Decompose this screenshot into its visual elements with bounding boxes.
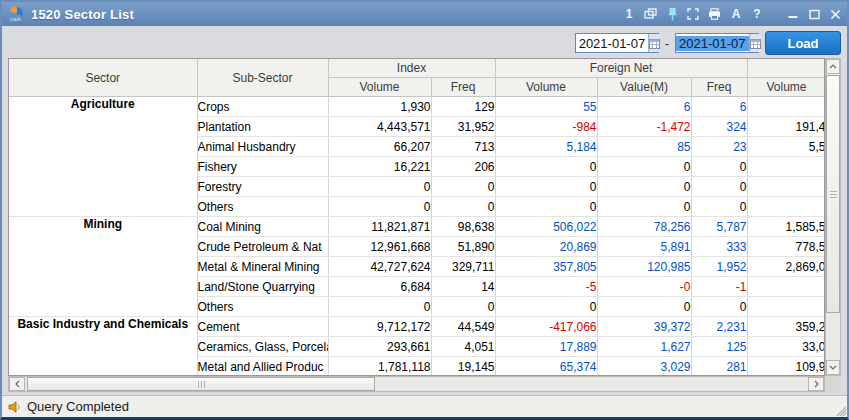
font-settings-button[interactable]: A	[730, 7, 742, 21]
fn-value-cell: 0	[597, 297, 691, 317]
fn-freq-cell: 1,952	[691, 257, 747, 277]
last-volume-cell	[747, 277, 825, 297]
fn-volume-cell: 20,869	[495, 237, 597, 257]
index-volume-cell: 0	[328, 297, 431, 317]
sub-sector-cell: Cement	[197, 317, 328, 337]
index-volume-cell: 1,781,118	[328, 357, 431, 377]
window-title: 1520 Sector List	[31, 7, 134, 22]
fn-value-cell: 3,029	[597, 357, 691, 377]
fn-volume-cell: 5,184	[495, 137, 597, 157]
last-volume-cell	[747, 297, 825, 317]
sector-table: Sector Sub-Sector Index Foreign Net Volu…	[9, 59, 825, 376]
fn-volume-cell: 65,374	[495, 357, 597, 377]
sector-cell: Agriculture	[9, 97, 197, 217]
index-volume-cell: 66,207	[328, 137, 431, 157]
last-volume-cell: 778,5	[747, 237, 825, 257]
query-toolbar: 2021-01-07 - 2021-01-07 Load	[575, 31, 841, 55]
fn-value-cell: 85	[597, 137, 691, 157]
window-number-badge[interactable]: 1	[623, 7, 635, 21]
table-row[interactable]: Basic Industry and ChemicalsCement9,712,…	[9, 317, 825, 337]
svg-text:naik: naik	[10, 16, 22, 22]
fn-value-cell: -0	[597, 277, 691, 297]
index-freq-cell: 44,549	[431, 317, 495, 337]
sub-sector-cell: Animal Husbandry	[197, 137, 328, 157]
index-freq-cell: 19,145	[431, 357, 495, 377]
horizontal-scroll-thumb[interactable]	[27, 377, 375, 391]
titlebar: naik 1520 Sector List 1 A ?	[2, 2, 847, 26]
index-volume-cell: 4,443,571	[328, 117, 431, 137]
statusbar: Query Completed	[2, 395, 847, 417]
fn-volume-cell: -417,066	[495, 317, 597, 337]
index-freq-cell: 129	[431, 97, 495, 117]
index-volume-cell: 9,712,172	[328, 317, 431, 337]
last-volume-cell: 1,585,5	[747, 217, 825, 237]
print-icon[interactable]	[708, 7, 721, 21]
close-button[interactable]	[829, 7, 841, 21]
index-freq-cell: 4,051	[431, 337, 495, 357]
fn-volume-cell: 55	[495, 97, 597, 117]
table-row[interactable]: AgricultureCrops1,9301295566	[9, 97, 825, 117]
index-freq-cell: 51,890	[431, 237, 495, 257]
fn-volume-cell: 0	[495, 157, 597, 177]
fn-volume-cell: 0	[495, 197, 597, 217]
group-header-last	[747, 59, 825, 78]
last-volume-cell	[747, 177, 825, 197]
sub-sector-cell: Others	[197, 197, 328, 217]
vertical-scrollbar[interactable]	[825, 58, 841, 376]
index-volume-cell: 16,221	[328, 157, 431, 177]
scroll-right-icon[interactable]	[808, 377, 824, 391]
index-volume-cell: 1,930	[328, 97, 431, 117]
group-header-foreign-net: Foreign Net	[495, 59, 747, 78]
resize-grip[interactable]	[834, 404, 846, 416]
sub-sector-cell: Fishery	[197, 157, 328, 177]
sub-sector-cell: Crops	[197, 97, 328, 117]
popout-window-icon[interactable]	[644, 7, 657, 21]
fn-freq-cell: 0	[691, 197, 747, 217]
date-from-value: 2021-01-07	[576, 36, 649, 51]
fn-volume-cell: -984	[495, 117, 597, 137]
minimize-button[interactable]	[787, 7, 799, 21]
index-freq-cell: 206	[431, 157, 495, 177]
fn-volume-cell: 357,805	[495, 257, 597, 277]
date-from-input[interactable]: 2021-01-07	[575, 33, 659, 53]
date-to-input[interactable]: 2021-01-07	[675, 33, 759, 53]
scroll-left-icon[interactable]	[9, 377, 25, 391]
fn-volume-cell: 17,889	[495, 337, 597, 357]
table-row[interactable]: MiningCoal Mining11,821,87198,638506,022…	[9, 217, 825, 237]
col-header-index-freq: Freq	[431, 78, 495, 97]
horizontal-scrollbar[interactable]	[8, 376, 825, 392]
index-freq-cell: 31,952	[431, 117, 495, 137]
fn-freq-cell: 281	[691, 357, 747, 377]
fn-freq-cell: 125	[691, 337, 747, 357]
vertical-scroll-thumb[interactable]	[826, 75, 840, 313]
sub-sector-cell: Plantation	[197, 117, 328, 137]
last-volume-cell	[747, 197, 825, 217]
fullscreen-icon[interactable]	[687, 7, 699, 21]
sector-cell: Basic Industry and Chemicals	[9, 317, 197, 377]
fn-value-cell: -1,472	[597, 117, 691, 137]
scroll-down-icon[interactable]	[826, 360, 840, 375]
index-volume-cell: 0	[328, 177, 431, 197]
load-button[interactable]: Load	[765, 31, 841, 55]
scroll-up-icon[interactable]	[826, 59, 840, 74]
index-freq-cell: 0	[431, 297, 495, 317]
calendar-icon[interactable]	[648, 34, 660, 52]
pin-icon[interactable]	[666, 7, 678, 21]
status-message: Query Completed	[27, 399, 129, 414]
sub-sector-cell: Coal Mining	[197, 217, 328, 237]
last-volume-cell: 2,869,0	[747, 257, 825, 277]
sub-sector-cell: Ceramics, Glass, Porcela	[197, 337, 328, 357]
sub-sector-cell: Metal and Allied Produc	[197, 357, 328, 377]
index-volume-cell: 6,684	[328, 277, 431, 297]
calendar-icon[interactable]	[749, 34, 761, 52]
fn-value-cell: 0	[597, 157, 691, 177]
sub-sector-cell: Land/Stone Quarrying	[197, 277, 328, 297]
col-header-sub-sector: Sub-Sector	[197, 59, 328, 97]
fn-freq-cell: 0	[691, 297, 747, 317]
maximize-button[interactable]	[808, 7, 820, 21]
fn-value-cell: 6	[597, 97, 691, 117]
help-button[interactable]: ?	[751, 7, 763, 21]
titlebar-controls: 1 A ?	[623, 7, 841, 21]
fn-volume-cell: 506,022	[495, 217, 597, 237]
fn-volume-cell: -5	[495, 277, 597, 297]
